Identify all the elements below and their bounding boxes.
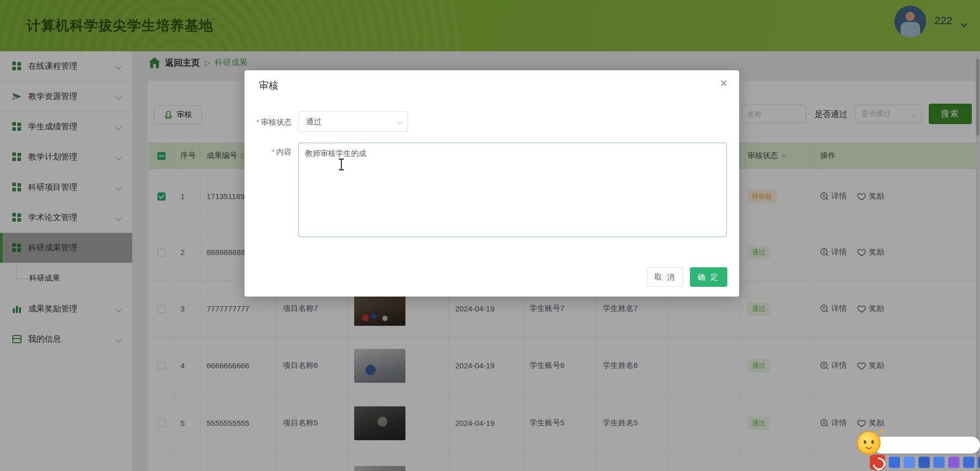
review-status-value: 通过 (306, 117, 321, 127)
cancel-button[interactable]: 取 消 (647, 267, 683, 287)
confirm-button[interactable]: 确 定 (690, 267, 727, 287)
watermark-app-icon (904, 457, 915, 468)
modal-title: 审核 (259, 79, 278, 92)
watermark-app-icon (870, 455, 885, 470)
watermark-app-icon (918, 457, 930, 468)
emoji-eye (871, 440, 874, 444)
assistant-emoji-icon[interactable] (857, 431, 881, 455)
content-label: *内容 (251, 147, 292, 157)
watermark-app-icon (933, 457, 945, 468)
required-marker: * (272, 147, 275, 156)
review-modal: 审核 ✕ *审核状态 通过 *内容 教师审核学生的成 取 消 确 定 (244, 70, 739, 297)
watermark-app-icon (978, 457, 980, 468)
assistant-pill (873, 437, 980, 454)
watermark-app-icon (889, 457, 900, 468)
chevron-down-icon (397, 119, 402, 124)
text-cursor (341, 159, 342, 170)
required-marker: * (256, 117, 259, 126)
watermark-app-icon (963, 457, 974, 468)
review-status-select[interactable]: 通过 (298, 111, 408, 132)
emoji-eye (864, 440, 866, 444)
review-content-textarea[interactable]: 教师审核学生的成 (298, 143, 727, 237)
close-icon[interactable]: ✕ (720, 77, 728, 89)
emoji-mouth (865, 445, 872, 449)
sparkle-icon: ✦ (878, 427, 885, 436)
watermark-taskbar (870, 455, 980, 470)
review-status-label: *审核状态 (251, 117, 292, 127)
watermark-app-icon (948, 457, 959, 468)
